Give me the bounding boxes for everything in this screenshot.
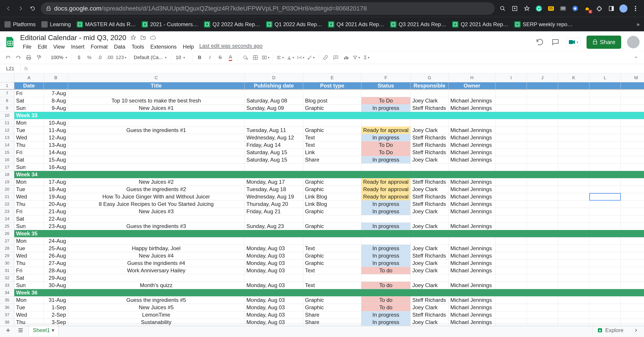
cell[interactable] bbox=[590, 90, 621, 97]
cell[interactable] bbox=[527, 252, 558, 260]
account-avatar[interactable] bbox=[627, 36, 640, 48]
cell[interactable] bbox=[558, 237, 590, 245]
cell[interactable] bbox=[496, 230, 527, 237]
cell[interactable]: Graphic bbox=[303, 178, 361, 186]
cell[interactable]: Happy birthday, Joel bbox=[68, 245, 245, 252]
collapse-toolbar-icon[interactable] bbox=[632, 53, 640, 62]
cell[interactable] bbox=[590, 289, 621, 296]
cell[interactable]: 10-Aug bbox=[44, 119, 68, 127]
cell[interactable] bbox=[590, 112, 621, 119]
cell[interactable] bbox=[68, 112, 245, 119]
cell[interactable] bbox=[68, 149, 245, 156]
cell[interactable]: 29-Aug bbox=[44, 274, 68, 282]
cell[interactable] bbox=[558, 260, 590, 267]
cell[interactable]: Saturday, Aug 15 bbox=[245, 149, 303, 156]
cell[interactable]: Week 34 bbox=[14, 171, 44, 178]
row-header[interactable]: 36 bbox=[0, 304, 14, 311]
cell[interactable] bbox=[621, 296, 644, 304]
cell[interactable]: Michael Jennings bbox=[448, 97, 496, 105]
cell[interactable]: Monday, Aug 03 bbox=[245, 252, 303, 260]
extension-grammarly-icon[interactable] bbox=[535, 5, 543, 13]
cell[interactable]: Owner bbox=[448, 82, 496, 90]
cell[interactable] bbox=[558, 164, 590, 171]
bookmark-item[interactable]: Platforms bbox=[4, 21, 36, 28]
cell[interactable]: 3-Sep bbox=[44, 319, 68, 326]
cell[interactable] bbox=[621, 149, 644, 156]
cell[interactable]: Monday, Aug 03 bbox=[245, 245, 303, 252]
cell[interactable] bbox=[496, 112, 527, 119]
cell[interactable]: Michael Jennings bbox=[448, 208, 496, 215]
cell[interactable] bbox=[621, 230, 644, 237]
cell[interactable] bbox=[496, 134, 527, 141]
cell[interactable] bbox=[590, 223, 621, 230]
bookmarks-overflow-icon[interactable]: » bbox=[636, 21, 640, 28]
cell[interactable]: Joey Clark bbox=[410, 208, 448, 215]
cell[interactable]: Publishing date bbox=[245, 82, 303, 90]
cell[interactable] bbox=[496, 267, 527, 274]
cell[interactable] bbox=[590, 178, 621, 186]
cell[interactable] bbox=[448, 289, 496, 296]
cell[interactable] bbox=[303, 164, 361, 171]
cell[interactable] bbox=[496, 105, 527, 112]
row-header[interactable]: 27 bbox=[0, 237, 14, 245]
cell[interactable]: Ready for approval bbox=[361, 178, 410, 186]
cell[interactable]: Monday, Aug 03 bbox=[245, 319, 303, 326]
cell[interactable]: Steff Richards bbox=[410, 200, 448, 208]
cell[interactable]: Mon bbox=[14, 296, 44, 304]
cell[interactable]: Guess the ingredients #2 bbox=[68, 186, 245, 193]
star-icon[interactable] bbox=[523, 5, 531, 13]
cell[interactable] bbox=[590, 311, 621, 319]
cell[interactable]: Month's quizz bbox=[68, 282, 245, 289]
menu-insert[interactable]: Insert bbox=[68, 43, 87, 51]
menu-format[interactable]: Format bbox=[88, 43, 110, 51]
cell[interactable]: Graphic bbox=[303, 252, 361, 260]
cell[interactable]: 12-Aug bbox=[44, 134, 68, 141]
cell[interactable]: Fri bbox=[14, 208, 44, 215]
cell[interactable] bbox=[245, 215, 303, 223]
cell[interactable]: To do bbox=[361, 296, 410, 304]
cell[interactable]: Tue bbox=[14, 127, 44, 134]
cell[interactable]: Text bbox=[303, 267, 361, 274]
fill-color-button[interactable] bbox=[240, 53, 250, 62]
cell[interactable]: Guess the ingredients #3 bbox=[68, 223, 245, 230]
cell[interactable]: To do bbox=[361, 282, 410, 289]
cell[interactable] bbox=[527, 112, 558, 119]
star-doc-icon[interactable] bbox=[130, 35, 136, 41]
cell[interactable]: Thursday, Aug 20 bbox=[245, 200, 303, 208]
cell[interactable] bbox=[361, 237, 410, 245]
cell[interactable] bbox=[496, 296, 527, 304]
cell[interactable]: Graphic bbox=[303, 208, 361, 215]
row-header[interactable]: 32 bbox=[0, 274, 14, 282]
cell[interactable] bbox=[448, 230, 496, 237]
cell[interactable] bbox=[527, 245, 558, 252]
row-header[interactable]: 20 bbox=[0, 186, 14, 193]
cell[interactable] bbox=[621, 215, 644, 223]
cell[interactable] bbox=[496, 274, 527, 282]
cell[interactable] bbox=[303, 119, 361, 127]
cell[interactable]: To do bbox=[361, 267, 410, 274]
cell[interactable]: 22-Aug bbox=[44, 215, 68, 223]
cell[interactable]: Status bbox=[361, 82, 410, 90]
cell[interactable] bbox=[590, 304, 621, 311]
cell[interactable] bbox=[361, 230, 410, 237]
cell[interactable]: 8 Easy Juice Recipes to Get You Started … bbox=[68, 200, 245, 208]
cell[interactable] bbox=[245, 119, 303, 127]
cell[interactable] bbox=[527, 237, 558, 245]
cell[interactable] bbox=[245, 164, 303, 171]
cell[interactable]: Text bbox=[303, 141, 361, 149]
cell[interactable]: Wednesday, Aug 19 bbox=[245, 193, 303, 200]
cell[interactable]: Joey Clark bbox=[410, 319, 448, 326]
cell[interactable]: Steff Richards bbox=[410, 141, 448, 149]
cell[interactable] bbox=[590, 105, 621, 112]
cell[interactable]: Michael Jennings bbox=[448, 149, 496, 156]
cell[interactable] bbox=[621, 319, 644, 326]
row-header[interactable]: 10 bbox=[0, 112, 14, 119]
cell[interactable] bbox=[68, 171, 245, 178]
cell[interactable]: Steff Richards bbox=[410, 193, 448, 200]
cell[interactable] bbox=[558, 105, 590, 112]
cell[interactable] bbox=[558, 223, 590, 230]
cell[interactable] bbox=[410, 230, 448, 237]
cell[interactable]: Michael Jennings bbox=[448, 156, 496, 164]
cell[interactable] bbox=[245, 237, 303, 245]
cell[interactable]: Wed bbox=[14, 252, 44, 260]
